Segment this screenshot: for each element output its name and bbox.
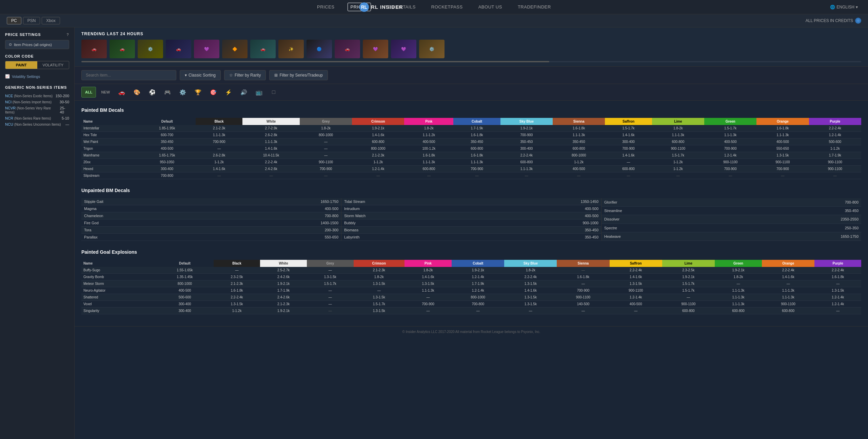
cat-tab-boosts[interactable]: 🎮 — [161, 87, 174, 98]
cat-tab-cars[interactable]: 🚗 — [115, 87, 129, 98]
table-row[interactable]: Shattered500-6002.2-2.4k2.4-2.6k—1.3-1.5… — [81, 294, 861, 301]
nav-link-prices[interactable]: PRICES — [314, 3, 337, 11]
list-item[interactable]: Heatwave1650-1750 — [601, 232, 861, 241]
cat-tab-goal-explosions[interactable]: 🎯 — [206, 87, 220, 98]
list-item[interactable]: Stipple Gait1650-1750 — [81, 198, 341, 205]
list-item[interactable]: Glorifier700-800 — [601, 198, 861, 207]
table-row[interactable]: Neuro-Agitator400-5001.6-1.8k1.7-1.9k——1… — [81, 287, 861, 294]
list-item[interactable]: Magma400-500 — [81, 205, 341, 212]
table-row[interactable]: 20xx950-10501-1.2k2.2-2.4k900-11001-1.2k… — [81, 159, 861, 166]
trending-item-7[interactable]: 🚗 — [250, 40, 276, 58]
exp-cell-purple: — — [814, 308, 861, 314]
list-item[interactable]: Parallax550-650 — [81, 234, 341, 241]
table-row[interactable]: Interstellar1.85-1.95k2.1-2.3k2.7-2.9k1.… — [81, 125, 861, 132]
cat-tab-engine-audio[interactable]: 📺 — [252, 87, 266, 98]
cat-tab-antennas[interactable]: 🏆 — [191, 87, 205, 98]
color-tab-paint[interactable]: PAINT — [5, 61, 37, 69]
platform-tab-psn[interactable]: PSN — [23, 17, 40, 24]
table-row[interactable]: Mainframe1.65-1.75k2.6-2.8k10.4-11.5k—2.… — [81, 152, 861, 159]
cat-tab-all[interactable]: ALL — [81, 87, 96, 98]
table-row[interactable]: Voxel300-4001.3-1.5k2.1-2.3k—1.5-1.7k700… — [81, 301, 861, 308]
cell-cobalt: 1.6-1.8k — [453, 132, 500, 139]
trending-item-4[interactable]: 🚗 — [166, 40, 191, 58]
table-row[interactable]: Singularity300-4001-1.2k1.9-2.1k—1.3-1.5… — [81, 308, 861, 314]
exp-cell-skyblue: 1.3-1.5k — [504, 301, 557, 308]
trending-item-10[interactable]: 🚗 — [335, 40, 360, 58]
generic-item-nce[interactable]: NCE (Non-Series Exotic Items) 150-200 — [5, 93, 69, 99]
volatility-settings[interactable]: 📈 Volatility Settings — [5, 74, 69, 79]
cell-orange: 1.1-1.3k — [756, 132, 809, 139]
trending-scrollbar[interactable] — [81, 61, 861, 62]
nav-link-about[interactable]: ABOUT US — [476, 3, 505, 11]
trending-item-6[interactable]: 🔶 — [222, 40, 248, 58]
exp-cell-orange: 900-1100 — [762, 301, 814, 308]
list-item[interactable]: Fire God1400-1500 — [81, 220, 341, 227]
list-item[interactable]: Tora200-300 — [81, 227, 341, 234]
exp-cell-sienna: — — [557, 308, 609, 314]
origins-label: Item Prices (all origins) — [14, 43, 52, 47]
table-row[interactable]: Trigon400-500—1.4-1.6k—800-1000100-1.2k6… — [81, 145, 861, 152]
platform-tab-xbox[interactable]: Xbox — [42, 17, 60, 24]
trending-item-5[interactable]: 💜 — [194, 40, 219, 58]
table-row[interactable]: Wet Paint350-450700-9001.1-1.3k—600-8004… — [81, 139, 861, 145]
cell-green: 900-1100 — [704, 159, 756, 166]
exp-cell-sienna: 900-1100 — [557, 294, 609, 301]
trending-item-8[interactable]: ✨ — [278, 40, 304, 58]
unpainted-decals-grid: Stipple Gait1650-1750Magma400-500Chamele… — [81, 198, 861, 241]
cell-pink: 400-500 — [404, 139, 453, 145]
cat-tab-toppers[interactable]: ⚙️ — [176, 87, 190, 98]
list-item[interactable]: Chameleon700-800 — [81, 212, 341, 220]
search-input[interactable] — [81, 70, 176, 80]
cat-tab-decals[interactable]: 🎨 — [130, 87, 144, 98]
cell-sienna: 1-1.2k — [553, 159, 605, 166]
list-item[interactable]: Labyrinth350-450 — [341, 234, 601, 241]
list-item[interactable]: Storm Watch400-500 — [341, 212, 601, 220]
language-selector[interactable]: 🌐 ENGLISH ▾ — [830, 5, 858, 9]
nav-link-rocketpass[interactable]: ROCKETPASS — [429, 3, 466, 11]
generic-item-ncvr[interactable]: NCVR (Non-Series Very Rare Items) 25-40 — [5, 105, 69, 115]
list-item[interactable]: Dissolver2350-2550 — [601, 215, 861, 224]
nav-link-tradefinder[interactable]: TRADEFINDER — [515, 3, 554, 11]
generic-item-ncr[interactable]: NCR (Non-Series Rare Items) 5-10 — [5, 115, 69, 121]
cat-tab-new[interactable]: NEW — [98, 87, 113, 98]
series-filter-dropdown[interactable]: ⊞ Filter by Series/Tradeup — [269, 70, 328, 80]
generic-item-nci[interactable]: NCI (Non-Series Import Items) 30-50 — [5, 99, 69, 105]
table-row[interactable]: Meteor Storm800-10002.1-2.3k1.9-2.1k1.5-… — [81, 280, 861, 287]
trending-item-3[interactable]: ⚙️ — [138, 40, 163, 58]
list-item[interactable]: Bubbly900-1000 — [341, 220, 601, 227]
cell-sienna: 350-450 — [553, 139, 605, 145]
exp-cell-green: — — [715, 280, 762, 287]
list-item[interactable]: Spectre250-350 — [601, 224, 861, 232]
item-origins-dropdown[interactable]: ⊙ Item Prices (all origins) — [5, 40, 69, 49]
rarity-filter-dropdown[interactable]: ☆ Filter by Rarity — [224, 70, 266, 80]
table-row[interactable]: Buffy-Sugo1.55-1.65k—2.5-2.7k—2.1-2.3k1.… — [81, 267, 861, 274]
trending-item-11[interactable]: 💜 — [363, 40, 388, 58]
table-row[interactable]: Slipstream700-800————————————— — [81, 172, 861, 179]
nci-price: 30-50 — [60, 100, 69, 104]
list-item[interactable]: Intrudium400-500 — [341, 205, 601, 212]
exp-cell-pink: 1.3-1.5k — [405, 280, 452, 287]
trending-item-13[interactable]: ⚙️ — [419, 40, 445, 58]
chevron-down-icon: ▾ — [856, 5, 858, 9]
platform-tab-pc[interactable]: PC — [7, 17, 21, 24]
ncr-price: 5-10 — [62, 116, 69, 120]
help-icon[interactable]: ? — [66, 33, 69, 37]
cat-tab-wheels[interactable]: ⚽ — [145, 87, 159, 98]
col-crimson: Crimson — [352, 118, 404, 125]
table-row[interactable]: Hexed300-4001.4-1.6k2.4-2.6k700-9001.2-1… — [81, 166, 861, 172]
table-row[interactable]: Gravity Bomb1.35-1.45k2.3-2.5k2.4-2.6k1.… — [81, 274, 861, 280]
table-row[interactable]: Hex Tide600-7001.1-1.3k2.6-2.8k800-10001… — [81, 132, 861, 139]
generic-item-ncu[interactable]: NCU (Non-Series Uncommon Items) — — [5, 121, 69, 127]
trending-item-12[interactable]: 💜 — [391, 40, 416, 58]
list-item[interactable]: Tidal Stream1350-1450 — [341, 198, 601, 205]
list-item[interactable]: Biomass350-450 — [341, 227, 601, 234]
list-item[interactable]: Streamline350-450 — [601, 207, 861, 215]
trending-item-1[interactable]: 🚗 — [81, 40, 107, 58]
trending-item-2[interactable]: 🚗 — [110, 40, 135, 58]
sorting-dropdown[interactable]: ▾ Classic Sorting — [180, 70, 221, 80]
cat-tab-player-anthems[interactable]: 🔊 — [237, 87, 251, 98]
cat-tab-trails[interactable]: ⚡ — [222, 87, 235, 98]
cat-tab-banners[interactable]: □ — [268, 87, 280, 98]
trending-item-9[interactable]: 🔵 — [307, 40, 332, 58]
color-tab-volatility[interactable]: VOLATILITY — [37, 61, 69, 69]
